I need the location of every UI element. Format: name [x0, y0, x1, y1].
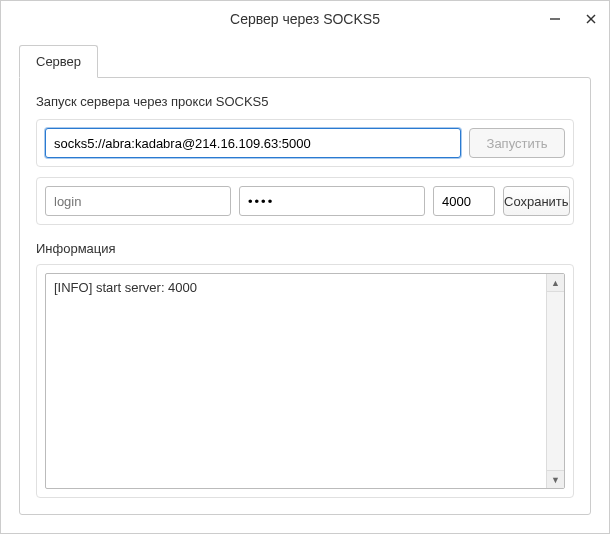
close-icon	[585, 13, 597, 25]
minimize-button[interactable]	[537, 1, 573, 37]
chevron-up-icon: ▲	[551, 278, 560, 288]
content-area: Сервер Запуск сервера через прокси SOCKS…	[1, 37, 609, 533]
credentials-row: Сохранить	[36, 177, 574, 225]
form-heading: Запуск сервера через прокси SOCKS5	[36, 94, 574, 109]
app-window: Сервер через SOCKS5 Сервер Запуск сервер…	[0, 0, 610, 534]
info-box: [INFO] start server: 4000 ▲ ▼	[45, 273, 565, 489]
proxy-url-input[interactable]	[45, 128, 461, 158]
tab-header: Сервер	[19, 45, 591, 77]
info-log-text: [INFO] start server: 4000	[46, 274, 546, 488]
info-box-frame: [INFO] start server: 4000 ▲ ▼	[36, 264, 574, 498]
close-button[interactable]	[573, 1, 609, 37]
tab-server[interactable]: Сервер	[19, 45, 98, 78]
scroll-up-button[interactable]: ▲	[547, 274, 564, 292]
chevron-down-icon: ▼	[551, 475, 560, 485]
titlebar: Сервер через SOCKS5	[1, 1, 609, 37]
url-row: Запустить	[36, 119, 574, 167]
start-button[interactable]: Запустить	[469, 128, 565, 158]
login-input[interactable]	[45, 186, 231, 216]
vertical-scrollbar[interactable]: ▲ ▼	[546, 274, 564, 488]
scroll-down-button[interactable]: ▼	[547, 470, 564, 488]
minimize-icon	[549, 13, 561, 25]
window-title: Сервер через SOCKS5	[230, 11, 380, 27]
info-heading: Информация	[36, 241, 574, 256]
port-input[interactable]	[433, 186, 495, 216]
info-section: Информация [INFO] start server: 4000 ▲ ▼	[36, 241, 574, 498]
tab-panel-server: Запуск сервера через прокси SOCKS5 Запус…	[19, 77, 591, 515]
password-input[interactable]	[239, 186, 425, 216]
window-controls	[537, 1, 609, 37]
save-button[interactable]: Сохранить	[503, 186, 570, 216]
